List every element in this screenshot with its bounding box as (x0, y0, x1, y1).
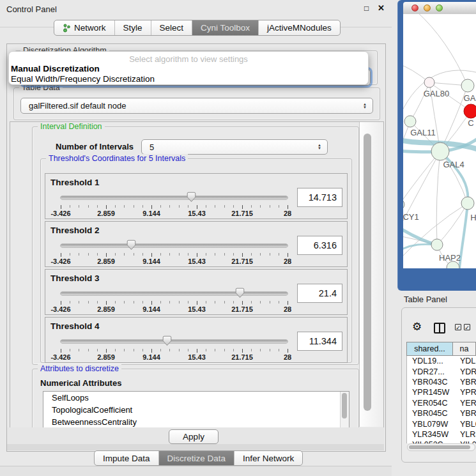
scrollbar-thumb[interactable] (409, 445, 470, 449)
network-node[interactable] (404, 116, 416, 127)
column-header[interactable]: shared... (406, 342, 453, 356)
threshold-value-field[interactable]: 11.344 (297, 332, 342, 351)
table-data-combobox[interactable]: galFiltered.sif default node ▲▼ (20, 98, 373, 114)
zoom-traffic-light-icon[interactable] (436, 4, 443, 12)
checkbox-icon[interactable]: ✓ (455, 324, 461, 330)
list-item[interactable]: TopologicalCoefficient (43, 404, 349, 416)
network-edge[interactable] (416, 14, 468, 86)
attributes-listbox[interactable]: SelfLoopsTopologicalCoefficientBetweenne… (43, 391, 349, 429)
threshold-slider[interactable]: -3.4262.8599.14415.4321.71528 (61, 334, 288, 361)
network-node[interactable] (461, 197, 474, 210)
tick-label: 28 (284, 257, 291, 265)
tick-mark (279, 349, 279, 351)
horizontal-scrollbar[interactable] (407, 443, 475, 451)
tick-mark (188, 253, 188, 256)
dropdown-option[interactable]: Equal Width/Frequency Discretization (9, 74, 368, 84)
float-window-icon[interactable]: □ (364, 4, 369, 13)
table-row[interactable]: YDR27...YDR2 (407, 366, 476, 376)
column-header[interactable]: na (453, 342, 476, 356)
apply-button[interactable]: Apply (169, 429, 219, 444)
tick-mark (215, 301, 215, 303)
table-row[interactable]: YBL079WYBL0 (407, 418, 476, 429)
tick-mark (288, 205, 288, 209)
tick-label: 21.715 (231, 353, 253, 361)
table-row[interactable]: YPR145WYPR1 (407, 387, 476, 397)
tab-infer-network[interactable]: Infer Network (234, 451, 302, 465)
table-row[interactable]: YLR345WYLR3 (407, 429, 476, 440)
tab-cyni-toolbox[interactable]: Cyni Toolbox (192, 20, 258, 35)
list-scrollbar[interactable] (340, 392, 349, 429)
tick-mark (279, 253, 279, 256)
tick-mark (179, 301, 180, 303)
tab-label: Style (123, 23, 142, 33)
threshold-value-field[interactable]: 14.713 (297, 188, 342, 207)
tab-discretize-data[interactable]: Discretize Data (158, 451, 234, 465)
slider-thumb[interactable] (235, 288, 245, 298)
list-item[interactable]: BetweennessCentrality (43, 416, 349, 428)
tab-style[interactable]: Style (114, 20, 151, 35)
tab-impute-data[interactable]: Impute Data (95, 451, 158, 465)
algorithm-dropdown-popup: Select algorithm to view settings Manual… (8, 51, 369, 85)
slider-thumb[interactable] (162, 335, 172, 346)
table-row[interactable]: YBR043CYBR0 (407, 377, 476, 387)
table-row[interactable]: YDL19...YDL1 (407, 356, 476, 366)
network-edge[interactable] (436, 151, 440, 245)
threshold-value-field[interactable]: 21.4 (297, 284, 342, 303)
network-node[interactable] (424, 77, 434, 88)
panel-scrollbar[interactable] (359, 122, 383, 427)
close-icon[interactable]: ✕ (378, 3, 385, 13)
tick-mark (188, 349, 188, 351)
gear-icon[interactable]: ⚙ (412, 320, 422, 334)
node-label: GAL11 (410, 128, 436, 137)
network-node[interactable] (464, 104, 476, 118)
tab-network[interactable]: Network (54, 20, 114, 35)
tick-mark (88, 205, 89, 208)
interval-definition-group: Interval Definition Number of Intervals … (32, 127, 359, 365)
tab-label: Select (160, 23, 184, 33)
tab-select[interactable]: Select (151, 20, 192, 35)
slider-thumb[interactable] (127, 240, 136, 250)
network-canvas[interactable]: GAL80GACGAL11GAL4HGCY1HAP2 (403, 14, 476, 268)
tick-mark (188, 205, 188, 208)
table-row[interactable]: YBR045CYBR0 (407, 408, 476, 418)
network-node[interactable] (431, 142, 449, 160)
tick-mark (279, 205, 279, 208)
threshold-slider[interactable]: -3.4262.8599.14415.4321.71528 (61, 286, 288, 313)
dropdown-option[interactable]: Manual Discretization (9, 64, 368, 74)
network-node[interactable] (461, 79, 474, 92)
tick-mark (179, 253, 180, 256)
network-icon (63, 24, 71, 33)
threshold-slider[interactable]: -3.4262.8599.14415.4321.71528 (61, 238, 288, 265)
tick-mark (215, 253, 215, 256)
threshold-value-field[interactable]: 6.316 (297, 236, 342, 255)
minimize-traffic-light-icon[interactable] (424, 4, 431, 12)
node-label: H (470, 213, 476, 222)
tick-mark (260, 301, 261, 303)
list-item[interactable]: SelfLoops (43, 392, 349, 404)
scrollbar-thumb[interactable] (364, 134, 371, 411)
table-row[interactable]: YER054CYER0 (407, 398, 476, 408)
network-node[interactable] (403, 199, 404, 210)
tick-mark (151, 253, 152, 257)
tick-mark (270, 253, 270, 256)
scrollbar-thumb[interactable] (342, 393, 347, 418)
tick-mark (197, 301, 197, 305)
close-traffic-light-icon[interactable] (411, 4, 418, 12)
tick-mark (224, 349, 225, 351)
threshold-slider[interactable]: -3.4262.8599.14415.4321.71528 (61, 190, 288, 217)
checkbox-icon[interactable]: ✓ (464, 324, 470, 330)
slider-thumb[interactable] (187, 192, 196, 203)
tab-jactivemnodules[interactable]: jActiveMNodules (258, 20, 340, 35)
network-node[interactable] (431, 239, 443, 250)
tick-label: 2.859 (97, 305, 115, 313)
tick-mark (106, 253, 107, 257)
network-window-titlebar[interactable] (403, 2, 476, 15)
columns-icon[interactable] (434, 323, 445, 334)
tick-mark (224, 253, 225, 256)
tick-mark (70, 205, 70, 208)
tick-label: 9.144 (142, 257, 160, 265)
tab-label: Cyni Toolbox (201, 23, 250, 33)
number-of-intervals-combobox[interactable]: 5 ▲▼ (141, 139, 328, 155)
tab-label: Discretize Data (167, 454, 226, 463)
network-edge[interactable] (403, 151, 440, 204)
